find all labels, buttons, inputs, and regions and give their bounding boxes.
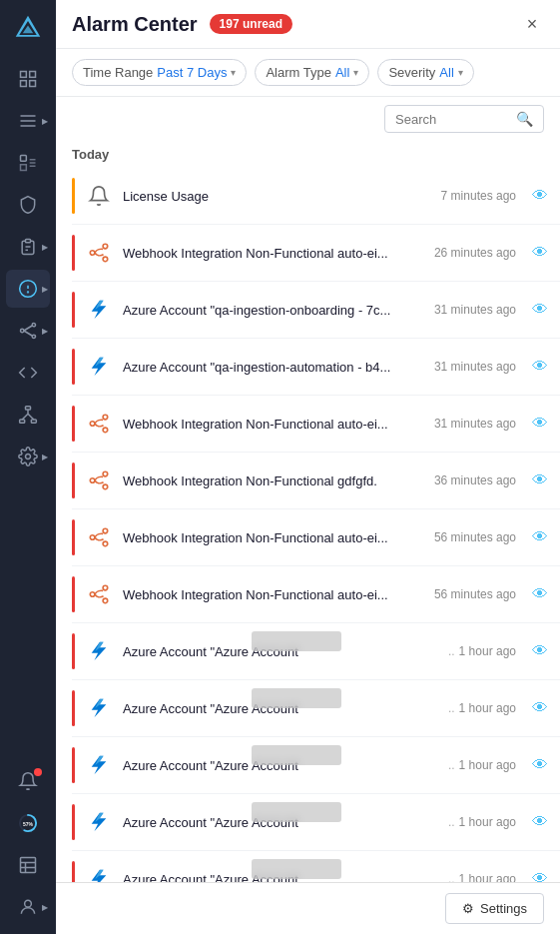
svg-point-38: [103, 244, 108, 249]
view-icon[interactable]: 👁: [532, 870, 548, 882]
chevron-icon: ▶: [42, 243, 48, 252]
severity-bar: [72, 576, 75, 612]
svg-rect-24: [31, 420, 36, 423]
search-bar: 🔍: [56, 97, 560, 137]
view-icon[interactable]: 👁: [532, 358, 548, 376]
view-icon[interactable]: 👁: [532, 187, 548, 205]
svg-rect-5: [21, 81, 27, 87]
alarm-type-filter[interactable]: Alarm Type All ▾: [255, 59, 369, 86]
redacted-overlay: [252, 631, 341, 651]
sidebar-item-resources[interactable]: ▶: [6, 228, 50, 266]
alarm-icon-webhook: [85, 467, 113, 494]
settings-button[interactable]: ⚙ Settings: [445, 893, 544, 924]
alarm-item[interactable]: Webhook Integration Non-Functional auto-…: [72, 509, 560, 566]
alarm-text: Webhook Integration Non-Functional auto-…: [123, 244, 424, 262]
alarm-item[interactable]: Azure Account "Azure Account ..1 hour ag…: [72, 623, 560, 680]
close-button[interactable]: ×: [520, 12, 544, 36]
alarm-name: License Usage: [123, 189, 209, 204]
sidebar-item-progress[interactable]: 57%: [6, 804, 50, 842]
sidebar-item-reports[interactable]: [6, 144, 50, 182]
svg-point-17: [21, 329, 24, 332]
sidebar-item-compliance[interactable]: [6, 186, 50, 224]
alarm-item[interactable]: License Usage 7 minutes ago 👁: [72, 168, 560, 225]
alarm-text: Azure Account "qa-ingestion-onboarding -…: [123, 301, 424, 319]
view-icon[interactable]: 👁: [532, 301, 548, 319]
notification-dot: [34, 768, 42, 776]
alarm-item[interactable]: Azure Account "Azure Account ..1 hour ag…: [72, 851, 560, 882]
alarm-icon-azure: [85, 808, 113, 836]
sidebar-item-activity[interactable]: ▶: [6, 102, 50, 140]
alarm-name: Azure Account "qa-ingestion-onboarding -…: [123, 303, 390, 318]
sidebar-item-notifications[interactable]: [6, 762, 50, 800]
time-range-filter[interactable]: Time Range Past 7 Days ▾: [72, 59, 247, 86]
alarm-item[interactable]: Azure Account "Azure Account ..1 hour ag…: [72, 680, 560, 737]
alarm-item[interactable]: Webhook Integration Non-Functional auto-…: [72, 225, 560, 282]
svg-rect-4: [30, 72, 36, 78]
view-icon[interactable]: 👁: [532, 642, 548, 660]
alarm-time: 31 minutes ago: [434, 303, 516, 317]
chevron-icon: ▶: [42, 327, 48, 336]
alarm-item[interactable]: Webhook Integration Non-Functional auto-…: [72, 566, 560, 623]
alarm-item[interactable]: Azure Account "qa-ingestion-automation -…: [72, 339, 560, 396]
svg-point-28: [26, 455, 31, 460]
svg-point-54: [103, 585, 108, 590]
search-input[interactable]: [395, 112, 510, 127]
alarm-icon-azure: [85, 296, 113, 324]
alarm-icon-webhook: [85, 523, 113, 551]
alarm-icon-bell: [85, 182, 113, 210]
footer: ⚙ Settings: [56, 882, 560, 934]
alarm-item[interactable]: Azure Account "Azure Account ..1 hour ag…: [72, 737, 560, 794]
alarm-item[interactable]: Webhook Integration Non-Functional auto-…: [72, 396, 560, 453]
alarm-items-container: License Usage 7 minutes ago 👁 Webhook In…: [72, 168, 560, 882]
sidebar-item-network[interactable]: [6, 396, 50, 434]
svg-point-19: [32, 335, 35, 338]
view-icon[interactable]: 👁: [532, 415, 548, 433]
svg-point-50: [90, 535, 95, 540]
settings-label: Settings: [480, 901, 527, 916]
alarm-item[interactable]: Azure Account "qa-ingestion-onboarding -…: [72, 282, 560, 339]
view-icon[interactable]: 👁: [532, 528, 548, 546]
view-icon[interactable]: 👁: [532, 813, 548, 831]
time-range-label: Time Range: [83, 65, 153, 80]
redacted-overlay: [252, 802, 341, 822]
svg-line-20: [24, 326, 32, 331]
alarm-icon-azure: [85, 694, 113, 722]
alarm-icon-webhook: [85, 410, 113, 438]
unread-badge: 197 unread: [210, 14, 292, 34]
logo[interactable]: [8, 8, 48, 48]
alarm-item[interactable]: Azure Account "Azure Account ..1 hour ag…: [72, 794, 560, 851]
svg-point-18: [32, 324, 35, 327]
sidebar-item-storage[interactable]: [6, 846, 50, 884]
search-icon: 🔍: [516, 111, 533, 127]
sidebar-bottom: 57% ▶: [6, 762, 50, 926]
chevron-down-icon: ▾: [458, 67, 463, 78]
redacted-overlay: [252, 859, 341, 879]
severity-bar: [72, 349, 75, 385]
alarm-time: 26 minutes ago: [434, 246, 516, 260]
severity-filter[interactable]: Severity All ▾: [377, 59, 473, 86]
svg-line-26: [22, 414, 28, 420]
sidebar-item-profile[interactable]: ▶: [6, 888, 50, 926]
alarm-item[interactable]: Webhook Integration Non-Functional gdfgf…: [72, 453, 560, 509]
sidebar-item-integrations[interactable]: ▶: [6, 312, 50, 350]
view-icon[interactable]: 👁: [532, 471, 548, 489]
search-input-wrap[interactable]: 🔍: [384, 105, 544, 133]
sidebar-item-dashboard[interactable]: [6, 60, 50, 98]
svg-point-44: [90, 422, 95, 427]
alarm-time: 31 minutes ago: [434, 417, 516, 431]
sidebar-item-settings[interactable]: ▶: [6, 438, 50, 475]
alarm-time: 56 minutes ago: [434, 587, 516, 601]
alarm-time: ..1 hour ago: [446, 872, 516, 882]
view-icon[interactable]: 👁: [532, 585, 548, 603]
view-icon[interactable]: 👁: [532, 756, 548, 774]
sidebar-item-alerts[interactable]: ▶: [6, 270, 50, 308]
sidebar-item-code[interactable]: [6, 354, 50, 392]
svg-line-27: [28, 414, 34, 420]
alarm-icon-azure: [85, 353, 113, 381]
view-icon[interactable]: 👁: [532, 699, 548, 717]
alarm-name: Webhook Integration Non-Functional auto-…: [123, 417, 388, 432]
alarm-icon-azure: [85, 637, 113, 665]
svg-point-16: [28, 292, 29, 293]
alarm-text: Webhook Integration Non-Functional auto-…: [123, 415, 424, 433]
view-icon[interactable]: 👁: [532, 244, 548, 262]
